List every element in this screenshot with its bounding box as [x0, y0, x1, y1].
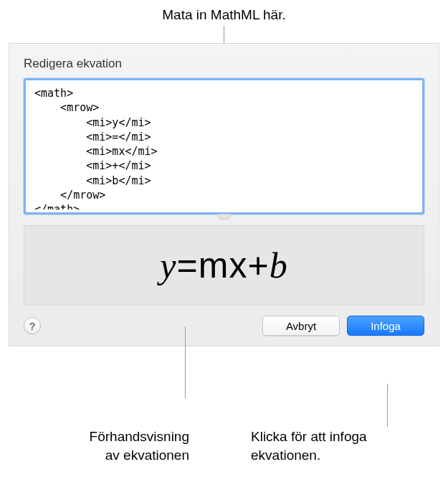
mathml-editor[interactable] — [26, 80, 422, 209]
callout-line-preview — [185, 326, 186, 398]
callout-preview-line2: av ekvationen — [105, 448, 189, 463]
eq-token-plus: + — [247, 245, 269, 285]
insert-button[interactable]: Infoga — [347, 316, 424, 336]
dialog-title: Redigera ekvation — [24, 57, 424, 71]
eq-token-b: b — [270, 245, 288, 285]
equation-editor-dialog: Redigera ekvation y=mx+b ? Avbryt Infoga — [9, 43, 439, 346]
eq-token-mx: mx — [199, 245, 248, 285]
equation-preview-area: y=mx+b — [24, 225, 424, 306]
equation-preview: y=mx+b — [160, 245, 287, 286]
callout-insert-line1: Klicka för att infoga — [251, 429, 367, 444]
dialog-button-row: ? Avbryt Infoga — [24, 316, 424, 336]
callout-line-insert — [387, 384, 388, 427]
editor-resize-grip[interactable] — [218, 214, 231, 219]
eq-token-eq: = — [177, 245, 199, 285]
callout-preview-text: Förhandsvisning av ekvationen — [46, 428, 189, 464]
callout-insert-line2: ekvationen. — [251, 448, 320, 463]
callout-insert-text: Klicka för att infoga ekvationen. — [251, 428, 416, 464]
callout-top-text: Mata in MathML här. — [0, 0, 448, 23]
callout-preview-line1: Förhandsvisning — [90, 429, 189, 444]
cancel-button[interactable]: Avbryt — [262, 316, 340, 336]
help-button[interactable]: ? — [24, 317, 41, 334]
editor-focus-ring — [24, 78, 424, 214]
eq-token-y: y — [160, 245, 176, 285]
